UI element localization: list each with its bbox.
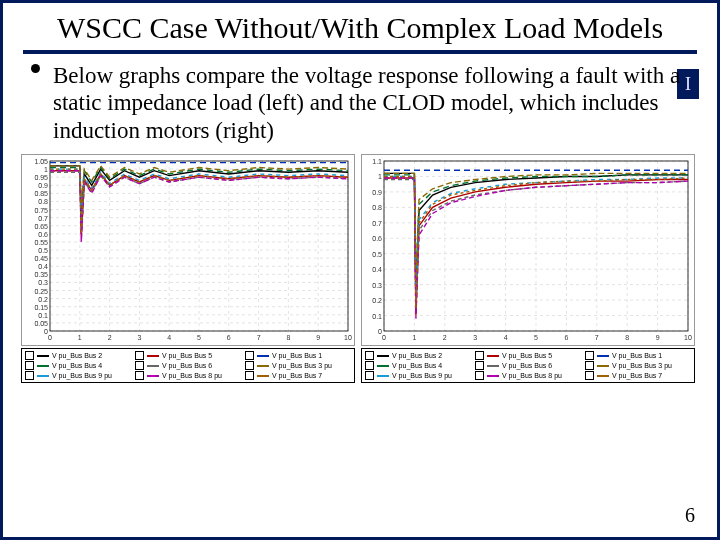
page-title: WSCC Case Without/With Complex Load Mode… xyxy=(43,11,677,46)
svg-text:3: 3 xyxy=(473,334,477,341)
bullet-text: Below graphs compare the voltage respons… xyxy=(53,62,689,145)
legend-item: V pu_Bus Bus 8 pu xyxy=(475,371,581,380)
svg-text:2: 2 xyxy=(108,334,112,341)
legend-item: V pu_Bus Bus 7 xyxy=(245,371,351,380)
svg-text:0.8: 0.8 xyxy=(372,205,382,212)
svg-text:1: 1 xyxy=(44,166,48,173)
chart-right-container: 00.10.20.30.40.50.60.70.80.911.101234567… xyxy=(361,154,695,383)
chart-row: 00.050.10.150.20.250.30.350.40.450.50.55… xyxy=(21,154,699,383)
svg-text:0.9: 0.9 xyxy=(38,183,48,190)
svg-text:7: 7 xyxy=(595,334,599,341)
svg-text:0.2: 0.2 xyxy=(372,297,382,304)
svg-text:0.5: 0.5 xyxy=(372,251,382,258)
svg-text:5: 5 xyxy=(197,334,201,341)
svg-text:0.25: 0.25 xyxy=(34,288,48,295)
legend-item: V pu_Bus Bus 5 xyxy=(135,351,241,360)
svg-text:0.3: 0.3 xyxy=(372,282,382,289)
svg-text:2: 2 xyxy=(443,334,447,341)
svg-text:9: 9 xyxy=(656,334,660,341)
legend-item: V pu_Bus Bus 8 pu xyxy=(135,371,241,380)
svg-text:1: 1 xyxy=(378,174,382,181)
svg-text:0.35: 0.35 xyxy=(34,272,48,279)
legend-item: V pu_Bus Bus 2 xyxy=(365,351,471,360)
legend-item: V pu_Bus Bus 6 xyxy=(135,361,241,370)
legend-item: V pu_Bus Bus 4 xyxy=(25,361,131,370)
svg-text:10: 10 xyxy=(684,334,692,341)
title-divider xyxy=(23,50,697,54)
svg-text:6: 6 xyxy=(227,334,231,341)
svg-text:1.1: 1.1 xyxy=(372,158,382,165)
legend-item: V pu_Bus Bus 1 xyxy=(585,351,691,360)
legend-item: V pu_Bus Bus 3 pu xyxy=(585,361,691,370)
svg-text:6: 6 xyxy=(564,334,568,341)
svg-text:5: 5 xyxy=(534,334,538,341)
svg-text:1: 1 xyxy=(78,334,82,341)
svg-text:0.5: 0.5 xyxy=(38,247,48,254)
svg-text:10: 10 xyxy=(344,334,352,341)
legend-item: V pu_Bus Bus 4 xyxy=(365,361,471,370)
svg-text:0.55: 0.55 xyxy=(34,239,48,246)
legend-item: V pu_Bus Bus 1 xyxy=(245,351,351,360)
svg-text:0.75: 0.75 xyxy=(34,207,48,214)
svg-text:0: 0 xyxy=(382,334,386,341)
svg-text:0.7: 0.7 xyxy=(372,220,382,227)
legend-item: V pu_Bus Bus 9 pu xyxy=(365,371,471,380)
legend-item: V pu_Bus Bus 2 xyxy=(25,351,131,360)
legend-item: V pu_Bus Bus 3 pu xyxy=(245,361,351,370)
svg-text:0.65: 0.65 xyxy=(34,223,48,230)
svg-text:9: 9 xyxy=(316,334,320,341)
svg-text:0: 0 xyxy=(48,334,52,341)
svg-text:0.95: 0.95 xyxy=(34,174,48,181)
legend-item: V pu_Bus Bus 6 xyxy=(475,361,581,370)
svg-text:0.7: 0.7 xyxy=(38,215,48,222)
legend-item: V pu_Bus Bus 7 xyxy=(585,371,691,380)
svg-text:0.85: 0.85 xyxy=(34,191,48,198)
svg-text:0.3: 0.3 xyxy=(38,280,48,287)
chart-left: 00.050.10.150.20.250.30.350.40.450.50.55… xyxy=(21,154,355,346)
svg-text:0.6: 0.6 xyxy=(372,236,382,243)
svg-text:3: 3 xyxy=(137,334,141,341)
svg-text:0.1: 0.1 xyxy=(372,313,382,320)
svg-text:0.4: 0.4 xyxy=(38,264,48,271)
svg-text:0.1: 0.1 xyxy=(38,312,48,319)
svg-text:0.2: 0.2 xyxy=(38,296,48,303)
svg-text:7: 7 xyxy=(257,334,261,341)
svg-text:0.05: 0.05 xyxy=(34,320,48,327)
svg-text:0.6: 0.6 xyxy=(38,231,48,238)
svg-text:0.45: 0.45 xyxy=(34,255,48,262)
svg-text:0.4: 0.4 xyxy=(372,266,382,273)
chart-left-legend: V pu_Bus Bus 2V pu_Bus Bus 5V pu_Bus Bus… xyxy=(21,348,355,383)
svg-text:1: 1 xyxy=(412,334,416,341)
bullet-icon xyxy=(31,64,40,73)
svg-text:0.15: 0.15 xyxy=(34,304,48,311)
chart-right-legend: V pu_Bus Bus 2V pu_Bus Bus 5V pu_Bus Bus… xyxy=(361,348,695,383)
svg-text:0.8: 0.8 xyxy=(38,199,48,206)
chart-right: 00.10.20.30.40.50.60.70.80.911.101234567… xyxy=(361,154,695,346)
legend-item: V pu_Bus Bus 9 pu xyxy=(25,371,131,380)
svg-text:8: 8 xyxy=(625,334,629,341)
page-number: 6 xyxy=(685,504,695,527)
legend-item: V pu_Bus Bus 5 xyxy=(475,351,581,360)
svg-text:0.9: 0.9 xyxy=(372,189,382,196)
chart-left-container: 00.050.10.150.20.250.30.350.40.450.50.55… xyxy=(21,154,355,383)
svg-text:1.05: 1.05 xyxy=(34,158,48,165)
svg-text:4: 4 xyxy=(504,334,508,341)
svg-text:8: 8 xyxy=(286,334,290,341)
svg-text:4: 4 xyxy=(167,334,171,341)
